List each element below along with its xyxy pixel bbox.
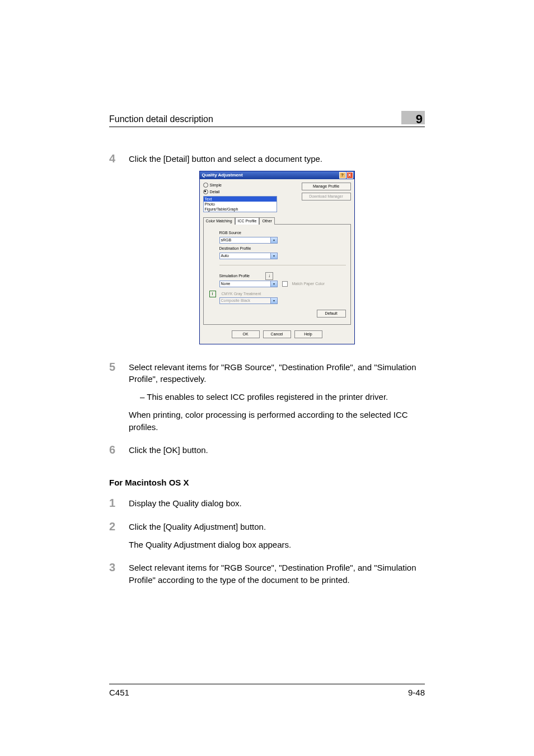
step-number: 1 bbox=[109, 497, 129, 515]
step-5: 5 Select relevant items for "RGB Source"… bbox=[109, 361, 425, 439]
tab-color-matching[interactable]: Color Matching bbox=[203, 217, 235, 225]
mac-step-1: 1 Display the Quality dialog box. bbox=[109, 497, 425, 515]
list-item[interactable]: Figure/Table/Graph bbox=[204, 207, 277, 212]
radio-detail[interactable]: Detail bbox=[203, 189, 302, 195]
radio-icon bbox=[203, 183, 208, 188]
page-header: Function detail description 9 bbox=[109, 111, 425, 127]
page-footer: C451 9-48 bbox=[109, 684, 425, 697]
tab-other[interactable]: Other bbox=[259, 217, 275, 225]
tabs: Color Matching ICC Profile Other bbox=[203, 217, 351, 225]
cmyk-gray-value: Composite Black bbox=[220, 298, 270, 304]
cancel-button[interactable]: Cancel bbox=[263, 330, 291, 338]
rgb-source-value: sRGB bbox=[220, 237, 270, 243]
chevron-down-icon: ▾ bbox=[270, 298, 277, 304]
simulation-profile-value: None bbox=[220, 281, 270, 287]
destination-profile-value: Auto bbox=[220, 253, 270, 259]
radio-simple[interactable]: Simple bbox=[203, 183, 302, 188]
close-icon[interactable]: X bbox=[346, 172, 353, 179]
step-5-sub: – This enables to select ICC profiles re… bbox=[129, 391, 425, 403]
download-manager-button: Download Manager bbox=[302, 193, 351, 200]
step-6-text: Click the [OK] button. bbox=[129, 444, 425, 456]
step-4-text: Click the [Detail] button and select a d… bbox=[129, 153, 425, 165]
mac-step-1-text: Display the Quality dialog box. bbox=[129, 497, 425, 510]
step-number: 3 bbox=[109, 562, 129, 592]
list-item[interactable]: Text bbox=[204, 197, 277, 202]
rgb-source-label: RGB Source bbox=[219, 230, 346, 236]
chevron-down-icon: ▾ bbox=[270, 237, 277, 243]
match-paper-color-checkbox bbox=[282, 281, 288, 287]
step-number: 5 bbox=[109, 361, 129, 439]
simulation-profile-label: Simulation Profile bbox=[219, 273, 250, 279]
document-type-list[interactable]: Text Photo Figure/Table/Graph bbox=[203, 196, 277, 212]
step-5-text: Select relevant items for "RGB Source", … bbox=[129, 361, 425, 386]
rgb-source-select[interactable]: sRGB ▾ bbox=[219, 237, 278, 244]
help-icon[interactable]: ? bbox=[339, 172, 346, 179]
help-button[interactable]: Help bbox=[294, 330, 322, 338]
step-number: 6 bbox=[109, 444, 129, 462]
cmyk-gray-select: Composite Black ▾ bbox=[219, 297, 278, 304]
ok-button[interactable]: OK bbox=[232, 330, 260, 338]
destination-profile-label: Destination Profile bbox=[219, 246, 346, 251]
radio-detail-label: Detail bbox=[210, 189, 220, 195]
quality-adjustment-dialog: Quality Adjustment ? X Simple bbox=[199, 171, 355, 344]
default-button[interactable]: Default bbox=[317, 310, 346, 318]
destination-profile-select[interactable]: Auto ▾ bbox=[219, 253, 278, 259]
step-number: 4 bbox=[109, 153, 129, 344]
list-item[interactable]: Photo bbox=[204, 202, 277, 207]
step-5-note: When printing, color processing is perfo… bbox=[129, 409, 425, 433]
mac-step-2: 2 Click the [Quality Adjustment] button.… bbox=[109, 521, 425, 557]
manage-profile-button[interactable]: Manage Profile bbox=[302, 183, 351, 190]
step-number: 2 bbox=[109, 521, 129, 557]
dialog-title-text: Quality Adjustment bbox=[202, 172, 243, 179]
macintosh-heading: For Macintosh OS X bbox=[109, 478, 425, 487]
chapter-badge: 9 bbox=[401, 111, 425, 124]
header-title: Function detail description bbox=[109, 114, 213, 124]
radio-icon bbox=[203, 189, 208, 194]
footer-right: 9-48 bbox=[408, 688, 425, 697]
dialog-titlebar: Quality Adjustment ? X bbox=[200, 171, 354, 179]
radio-simple-label: Simple bbox=[210, 183, 222, 188]
mac-step-2-text: Click the [Quality Adjustment] button. bbox=[129, 521, 425, 533]
mac-step-2-note: The Quality Adjustment dialog box appear… bbox=[129, 539, 425, 551]
cmyk-gray-label: CMYK Gray Treatment bbox=[222, 291, 261, 297]
mac-step-3: 3 Select relevant items for "RGB Source"… bbox=[109, 562, 425, 592]
match-paper-color-label: Match Paper Color bbox=[292, 281, 325, 287]
info-icon: i bbox=[209, 291, 216, 297]
footer-left: C451 bbox=[109, 688, 129, 697]
document-page: Function detail description 9 4 Click th… bbox=[0, 0, 534, 756]
step-4: 4 Click the [Detail] button and select a… bbox=[109, 153, 425, 344]
mac-step-3-text: Select relevant items for "RGB Source", … bbox=[129, 562, 425, 586]
simulation-profile-select[interactable]: None ▾ bbox=[219, 281, 278, 287]
chevron-down-icon: ▾ bbox=[270, 253, 277, 259]
tab-icc-profile[interactable]: ICC Profile bbox=[235, 217, 260, 225]
download-icon[interactable]: ↓ bbox=[265, 272, 273, 280]
chevron-down-icon: ▾ bbox=[270, 281, 277, 287]
tab-panel-icc: RGB Source sRGB ▾ Destination Profile Au… bbox=[203, 225, 351, 324]
step-6: 6 Click the [OK] button. bbox=[109, 444, 425, 462]
